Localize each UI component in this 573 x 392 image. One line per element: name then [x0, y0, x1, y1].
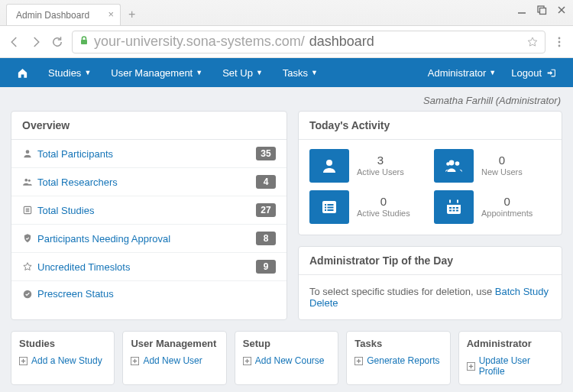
- nav-studies-label: Studies: [48, 67, 81, 79]
- overview-link[interactable]: Total Studies: [37, 205, 94, 216]
- nav-admin-label: Administrator: [428, 67, 487, 79]
- card-setup: Setup Add New Course: [235, 331, 338, 385]
- nav-user-management[interactable]: User Management▼: [103, 58, 210, 87]
- caret-down-icon: ▼: [84, 69, 91, 76]
- nav-administrator[interactable]: Administrator▼: [420, 58, 504, 87]
- svg-point-6: [558, 37, 561, 39]
- overview-panel: Overview Total Participants 35 Total Res…: [11, 111, 287, 320]
- activity-title: Today's Activity: [299, 112, 562, 140]
- overview-item-prescreen[interactable]: Prescreen Status: [11, 281, 286, 306]
- svg-point-17: [326, 160, 332, 166]
- nav-home[interactable]: [9, 58, 36, 87]
- activity-new-users[interactable]: 0New Users: [434, 149, 551, 183]
- svg-point-19: [455, 161, 460, 166]
- check-circle-icon: [22, 289, 37, 300]
- url-host: your-university.sona-systems.com/: [94, 34, 305, 50]
- new-tab-button[interactable]: +: [128, 4, 135, 25]
- activity-active-users[interactable]: 3Active Users: [309, 149, 426, 183]
- svg-rect-31: [457, 200, 458, 203]
- nav-tasks[interactable]: Tasks▼: [275, 58, 325, 87]
- forward-button[interactable]: [29, 35, 43, 49]
- nav-usermgmt-label: User Management: [111, 67, 193, 79]
- reload-button[interactable]: [50, 35, 64, 49]
- card-link-label: Add New Course: [255, 355, 325, 366]
- overview-item-studies[interactable]: Total Studies 27: [11, 196, 286, 225]
- activity-label: Active Users: [357, 167, 404, 177]
- activity-appointments[interactable]: 0Appointments: [434, 190, 551, 224]
- plus-square-icon: [354, 357, 363, 365]
- card-link[interactable]: Update User Profile: [467, 355, 554, 377]
- nav-logout[interactable]: Logout: [503, 58, 564, 87]
- list-alt-icon: [309, 190, 349, 224]
- lock-icon: [79, 34, 89, 50]
- activity-number: 0: [481, 154, 523, 167]
- svg-rect-36: [453, 210, 455, 212]
- overview-item-approval[interactable]: Participants Needing Approval 8: [11, 225, 286, 253]
- browser-chrome: Admin Dashboard × + your-university.sona…: [0, 0, 573, 58]
- address-bar[interactable]: your-university.sona-systems.com/dashboa…: [72, 31, 545, 53]
- overview-item-researchers[interactable]: Total Researchers 4: [11, 168, 286, 196]
- overview-title: Overview: [11, 112, 286, 140]
- overview-link[interactable]: Total Researchers: [37, 177, 118, 188]
- calendar-icon: [434, 190, 474, 224]
- close-window-icon[interactable]: [556, 5, 567, 15]
- card-link-label: Update User Profile: [479, 355, 554, 377]
- overview-link[interactable]: Participants Needing Approval: [37, 233, 170, 245]
- svg-point-9: [26, 150, 30, 154]
- svg-rect-22: [325, 204, 326, 206]
- count-badge: 8: [256, 232, 276, 245]
- card-link[interactable]: Generate Reports: [354, 355, 442, 366]
- svg-point-8: [558, 44, 561, 47]
- overview-item-participants[interactable]: Total Participants 35: [11, 140, 286, 168]
- window-controls: [516, 5, 567, 15]
- svg-rect-33: [453, 207, 455, 209]
- svg-rect-34: [456, 207, 458, 209]
- back-button[interactable]: [8, 35, 21, 49]
- caret-down-icon: ▼: [489, 69, 496, 76]
- activity-number: 0: [481, 195, 533, 209]
- maximize-icon[interactable]: [536, 5, 547, 15]
- overview-link[interactable]: Prescreen Status: [37, 288, 114, 300]
- tip-panel: Administrator Tip of the Day To select s…: [298, 246, 562, 320]
- nav-studies[interactable]: Studies▼: [40, 58, 99, 87]
- svg-rect-23: [325, 207, 326, 209]
- card-studies: Studies Add a New Study: [11, 331, 115, 385]
- close-tab-icon[interactable]: ×: [108, 8, 114, 20]
- list-icon: [22, 205, 37, 215]
- svg-rect-32: [449, 207, 452, 209]
- overview-link[interactable]: Uncredited Timeslots: [37, 261, 130, 273]
- card-title: Tasks: [354, 338, 442, 349]
- card-link-label: Add a New Study: [31, 355, 102, 366]
- svg-rect-24: [325, 209, 326, 211]
- nav-tasks-label: Tasks: [283, 67, 308, 79]
- activity-active-studies[interactable]: 0Active Studies: [309, 190, 426, 224]
- svg-rect-5: [81, 40, 87, 44]
- card-link-label: Add New User: [143, 355, 202, 366]
- person-icon: [22, 148, 37, 159]
- nav-setup[interactable]: Set Up▼: [215, 58, 270, 87]
- card-title: Studies: [19, 338, 106, 349]
- clipboard-check-icon: [22, 233, 37, 244]
- card-link[interactable]: Add New Course: [243, 355, 330, 366]
- card-user-management: User Management Add New User: [122, 331, 226, 385]
- activity-number: 3: [357, 154, 404, 167]
- count-badge: 4: [256, 175, 276, 189]
- caret-down-icon: ▼: [256, 69, 263, 76]
- nav-logout-label: Logout: [511, 67, 542, 79]
- card-link[interactable]: Add New User: [131, 355, 218, 366]
- card-link[interactable]: Add a New Study: [19, 355, 106, 366]
- svg-rect-2: [540, 8, 546, 15]
- bookmark-star-icon[interactable]: [526, 36, 539, 48]
- tab-title: Admin Dashboard: [16, 10, 89, 21]
- overview-item-uncredited[interactable]: Uncredited Timeslots 9: [11, 253, 286, 281]
- browser-tab[interactable]: Admin Dashboard ×: [6, 4, 121, 25]
- top-nav: Studies▼ User Management▼ Set Up▼ Tasks▼…: [0, 58, 573, 87]
- page: Studies▼ User Management▼ Set Up▼ Tasks▼…: [0, 58, 573, 392]
- tip-body: To select specific studies for deletion,…: [299, 275, 562, 319]
- group-icon: [22, 177, 37, 187]
- svg-point-7: [558, 40, 561, 43]
- overview-link[interactable]: Total Participants: [37, 148, 113, 160]
- plus-square-icon: [243, 357, 251, 365]
- browser-menu-icon[interactable]: [553, 36, 565, 48]
- minimize-icon[interactable]: [516, 5, 527, 15]
